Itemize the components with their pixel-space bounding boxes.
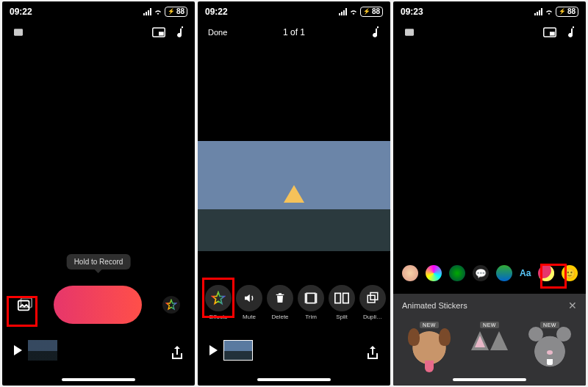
sticker-cat[interactable]: NEW bbox=[471, 322, 508, 368]
effects-button[interactable] bbox=[162, 296, 180, 314]
clock: 09:22 bbox=[10, 7, 32, 17]
done-button[interactable]: Done bbox=[208, 28, 227, 37]
edit-duplicate[interactable]: Dupli… bbox=[359, 285, 386, 320]
stickers-panel: Animated Stickers ✕ NEW NEW NEW bbox=[393, 294, 586, 386]
clip-counter: 1 of 1 bbox=[283, 27, 305, 37]
dog-face-icon bbox=[411, 331, 448, 368]
share-icon[interactable] bbox=[367, 346, 379, 361]
clock: 09:22 bbox=[205, 7, 228, 17]
clip-thumbnail[interactable] bbox=[28, 340, 57, 361]
svg-rect-8 bbox=[368, 295, 375, 303]
aspect-ratio-icon[interactable] bbox=[543, 27, 556, 37]
sticker-dog[interactable]: NEW bbox=[411, 322, 448, 368]
aspect-ratio-icon[interactable] bbox=[152, 27, 165, 37]
screen-stickers: 09:23 88 💬 Aa 🙂 Animated Stickers ✕ bbox=[393, 1, 586, 386]
status-bar: 09:22 88 bbox=[198, 1, 390, 22]
svg-rect-7 bbox=[343, 293, 349, 303]
home-indicator bbox=[62, 378, 135, 381]
battery-icon: 88 bbox=[360, 7, 383, 17]
wifi-icon bbox=[545, 7, 553, 16]
screen-record: 09:22 88 Hold to Record bbox=[2, 1, 195, 386]
wifi-icon bbox=[154, 7, 162, 16]
close-icon[interactable]: ✕ bbox=[568, 300, 577, 311]
timeline-row bbox=[198, 337, 390, 364]
svg-rect-0 bbox=[14, 29, 23, 35]
status-bar: 09:22 88 bbox=[2, 1, 195, 22]
svg-rect-10 bbox=[405, 29, 414, 35]
sticker-mouse[interactable]: NEW bbox=[531, 322, 568, 368]
battery-icon: 88 bbox=[165, 7, 187, 17]
top-bar: Done 1 of 1 bbox=[198, 22, 390, 43]
cat-ears-icon bbox=[471, 331, 508, 368]
play-icon[interactable] bbox=[209, 345, 218, 355]
highlight-stickers bbox=[540, 264, 567, 289]
status-bar: 09:23 88 bbox=[393, 1, 586, 22]
svg-rect-5 bbox=[306, 293, 315, 303]
wifi-icon bbox=[349, 7, 358, 16]
trim-icon bbox=[304, 292, 318, 304]
fx-shapes-icon[interactable] bbox=[496, 265, 512, 281]
screen-edit: 09:22 88 Done 1 of 1 Effects Mute Delete bbox=[198, 1, 390, 386]
home-indicator bbox=[257, 378, 331, 381]
hold-to-record-tooltip: Hold to Record bbox=[67, 254, 131, 270]
svg-rect-9 bbox=[370, 293, 378, 300]
highlight-effects bbox=[202, 278, 234, 318]
cellular-icon bbox=[143, 8, 151, 15]
fx-camera-icon[interactable] bbox=[426, 265, 442, 281]
highlight-library bbox=[7, 296, 37, 327]
status-right: 88 bbox=[143, 7, 187, 17]
edit-trim[interactable]: Trim bbox=[298, 285, 324, 320]
fx-text-icon[interactable]: Aa bbox=[520, 265, 531, 281]
edit-delete[interactable]: Delete bbox=[267, 285, 293, 320]
stickers-title: Animated Stickers bbox=[402, 301, 467, 310]
battery-icon: 88 bbox=[556, 7, 578, 17]
stickers-row: NEW NEW NEW bbox=[393, 317, 586, 368]
svg-rect-2 bbox=[159, 32, 164, 35]
clock: 09:23 bbox=[401, 7, 423, 17]
home-indicator bbox=[453, 378, 526, 381]
project-icon[interactable] bbox=[404, 26, 415, 38]
new-badge: NEW bbox=[540, 322, 559, 328]
trash-icon bbox=[274, 292, 286, 305]
star-icon bbox=[165, 299, 177, 311]
record-button[interactable] bbox=[54, 286, 142, 324]
clip-preview[interactable] bbox=[198, 141, 390, 251]
new-badge: NEW bbox=[480, 322, 499, 328]
fx-memoji-icon[interactable] bbox=[402, 265, 418, 281]
music-icon[interactable] bbox=[371, 26, 380, 38]
cellular-icon bbox=[534, 8, 542, 15]
speaker-icon bbox=[243, 292, 256, 305]
new-badge: NEW bbox=[420, 322, 439, 328]
edit-split[interactable]: Split bbox=[329, 285, 355, 320]
top-bar bbox=[2, 22, 195, 43]
clip-thumbnail[interactable] bbox=[223, 340, 253, 361]
split-icon bbox=[334, 292, 349, 304]
top-bar bbox=[393, 22, 586, 43]
timeline-row bbox=[2, 337, 195, 364]
music-icon[interactable] bbox=[567, 26, 576, 38]
music-icon[interactable] bbox=[176, 26, 184, 38]
play-icon[interactable] bbox=[14, 345, 22, 355]
fx-speech-icon[interactable]: 💬 bbox=[473, 265, 489, 281]
project-icon[interactable] bbox=[12, 26, 24, 38]
duplicate-icon bbox=[366, 292, 379, 305]
edit-mute[interactable]: Mute bbox=[236, 285, 262, 320]
mountain-peak bbox=[284, 185, 304, 203]
svg-rect-12 bbox=[550, 32, 555, 35]
share-icon[interactable] bbox=[171, 346, 183, 361]
mouse-face-icon bbox=[531, 331, 568, 368]
cellular-icon bbox=[339, 8, 347, 15]
svg-rect-6 bbox=[335, 293, 341, 303]
fx-filters-icon[interactable] bbox=[449, 265, 465, 281]
